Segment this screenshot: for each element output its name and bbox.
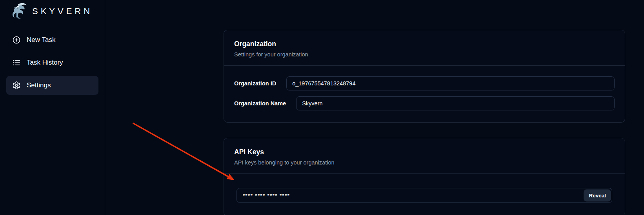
organization-id-row: Organization ID [234, 76, 615, 90]
gear-icon [12, 81, 21, 90]
sidebar: SKYVERN New Task Task History [0, 0, 105, 215]
organization-name-label: Organization Name [234, 100, 296, 107]
organization-card-body: Organization ID Organization Name [224, 66, 625, 122]
api-keys-card: API Keys API keys belonging to your orga… [224, 138, 625, 215]
list-icon [12, 58, 21, 67]
organization-name-row: Organization Name [234, 96, 615, 110]
api-key-input[interactable] [236, 188, 612, 203]
sidebar-item-label: Settings [27, 81, 51, 89]
card-title: Organization [234, 39, 615, 49]
sidebar-item-settings[interactable]: Settings [6, 76, 98, 95]
organization-id-label: Organization ID [234, 80, 286, 87]
sidebar-item-label: New Task [27, 36, 55, 44]
organization-id-input[interactable] [286, 76, 615, 90]
sidebar-nav: New Task Task History Settings [6, 31, 98, 95]
brand-name: SKYVERN [32, 6, 93, 16]
organization-card: Organization Settings for your organizat… [224, 30, 625, 123]
skyvern-dragon-logo-icon [9, 2, 28, 21]
api-keys-card-body: Reveal [224, 174, 625, 215]
organization-card-header: Organization Settings for your organizat… [224, 30, 625, 65]
sidebar-item-label: Task History [27, 59, 63, 67]
api-key-field-wrap: Reveal [236, 188, 612, 203]
reveal-button[interactable]: Reveal [584, 190, 611, 202]
sidebar-item-task-history[interactable]: Task History [6, 53, 98, 72]
card-title: API Keys [234, 147, 615, 157]
card-subtitle: Settings for your organization [234, 51, 615, 58]
api-keys-card-header: API Keys API keys belonging to your orga… [224, 138, 625, 173]
brand: SKYVERN [6, 0, 98, 23]
card-subtitle: API keys belonging to your organization [234, 159, 615, 166]
organization-name-input[interactable] [296, 96, 615, 110]
sidebar-item-new-task[interactable]: New Task [6, 31, 98, 49]
main-content: Organization Settings for your organizat… [105, 0, 644, 215]
circle-plus-icon [12, 35, 21, 45]
